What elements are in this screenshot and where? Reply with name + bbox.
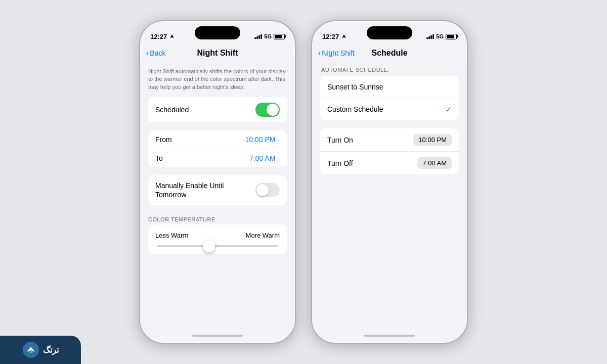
manually-row: Manually Enable Until Tomorrow [148,175,287,205]
turn-off-row[interactable]: Turn Off 7:00 AM [320,152,459,174]
screen-content-1: Night Shift automatically shifts the col… [140,62,295,329]
slider-labels: Less Warm More Warm [155,232,280,239]
nav-bar-1: ‹ Back Night Shift [140,47,295,62]
automate-section: AUTOMATE SCHEDULE: Sunset to Sunrise Cus… [320,62,459,120]
from-row[interactable]: From 10:00 PM › [148,130,287,149]
nav-title-2: Schedule [371,49,407,58]
status-icons-1: 5G [254,33,285,39]
status-time-1: 12:27 [150,33,175,40]
network-label-1: 5G [264,33,272,39]
turn-on-row[interactable]: Turn On 10:00 PM [320,128,459,152]
from-to-group: From 10:00 PM › To 7:00 AM › [148,130,287,167]
location-icon-2 [341,34,346,39]
phone-schedule: 12:27 5G [311,20,468,344]
from-chevron: › [277,135,280,144]
to-value: 7:00 AM [249,154,275,162]
watermark-text: ترتگ [43,345,59,355]
signal-bars-1 [254,34,262,39]
from-label: From [155,135,174,144]
automate-header: AUTOMATE SCHEDULE: [320,62,459,76]
schedule-options-group: Sunset to Sunrise Custom Schedule ✓ [320,76,459,120]
back-label-2: Night Shift [322,49,355,57]
sunset-label: Sunset to Sunrise [327,83,383,91]
phone-night-shift: 12:27 5G [139,20,296,344]
nav-bar-2: ‹ Night Shift Schedule [312,47,467,62]
home-indicator-2 [312,329,467,343]
back-label-1: Back [150,49,165,57]
to-value-container: 7:00 AM › [249,154,280,162]
color-temp-group: Less Warm More Warm [148,224,287,254]
status-icons-2: 5G [426,33,457,39]
sunset-row[interactable]: Sunset to Sunrise [320,76,459,98]
custom-label: Custom Schedule [327,105,383,113]
home-indicator-1 [140,329,295,343]
status-time-2: 12:27 [322,33,346,40]
manually-toggle[interactable] [255,183,280,197]
dynamic-island-2 [367,26,412,39]
more-warm-label: More Warm [246,232,280,239]
turn-on-label: Turn On [327,136,353,144]
svg-marker-0 [170,34,174,38]
turn-off-value: 7:00 AM [417,157,452,169]
to-label: To [155,154,174,162]
night-shift-description: Night Shift automatically shifts the col… [140,62,295,97]
turn-on-value: 10:00 PM [413,134,452,146]
dynamic-island [195,26,240,39]
svg-marker-1 [342,34,346,38]
turn-off-label: Turn Off [327,159,353,167]
to-row[interactable]: To 7:00 AM › [148,149,287,167]
custom-row[interactable]: Custom Schedule ✓ [320,98,459,120]
battery-icon-2 [446,34,457,39]
back-chevron-2: ‹ [318,49,321,58]
back-chevron-1: ‹ [146,49,149,58]
watermark-logo [23,342,39,358]
screen-content-2: AUTOMATE SCHEDULE: Sunset to Sunrise Cus… [312,62,467,329]
less-warm-label: Less Warm [155,232,188,239]
scheduled-group: Scheduled [148,97,287,122]
watermark: ترتگ [0,336,81,364]
to-chevron: › [277,154,280,162]
color-temp-slider[interactable] [157,245,278,247]
manually-label: Manually Enable Until Tomorrow [155,181,255,199]
slider-thumb[interactable] [203,240,215,252]
time-group: Turn On 10:00 PM Turn Off 7:00 AM [320,128,459,174]
scheduled-label: Scheduled [155,106,189,114]
back-button-1[interactable]: ‹ Back [146,49,165,58]
scheduled-toggle[interactable] [255,103,280,117]
manually-group: Manually Enable Until Tomorrow [148,175,287,205]
time-group-wrapper: Turn On 10:00 PM Turn Off 7:00 AM [320,128,459,174]
home-bar-1 [192,335,243,337]
network-label-2: 5G [436,33,444,39]
checkmark-icon: ✓ [445,105,452,114]
location-icon [169,34,175,39]
home-bar-2 [364,335,415,337]
color-temp-header: COLOR TEMPERATURE [140,213,295,224]
scheduled-row: Scheduled [148,97,287,122]
signal-bars-2 [426,34,434,39]
from-value: 10:00 PM [245,135,275,144]
from-value-container: 10:00 PM › [245,135,280,144]
battery-icon-1 [274,34,285,39]
nav-title-1: Night Shift [197,49,238,58]
back-button-2[interactable]: ‹ Night Shift [318,49,355,58]
